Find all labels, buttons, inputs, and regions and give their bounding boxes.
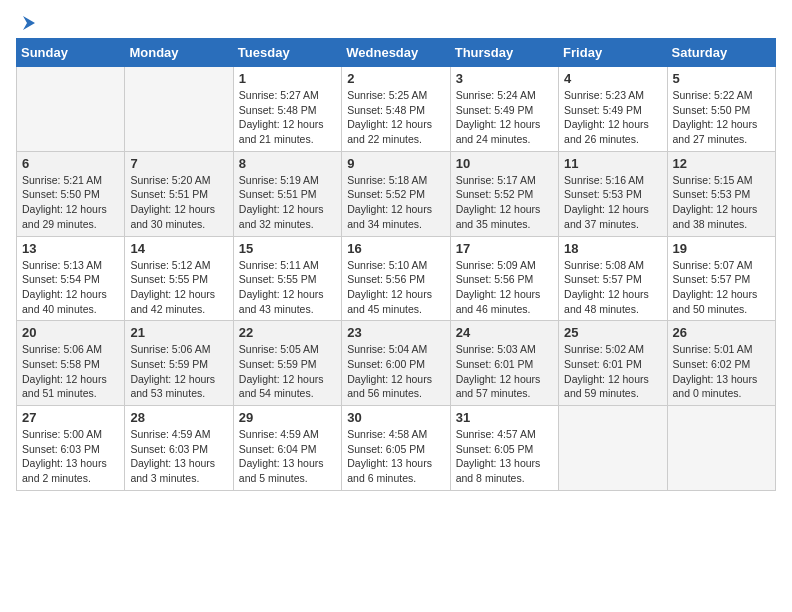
sunrise-time: 5:18 AM xyxy=(389,174,428,186)
sunrise-time: 5:05 AM xyxy=(280,343,319,355)
sunrise-label: Sunrise: xyxy=(673,174,714,186)
sunrise-time: 5:24 AM xyxy=(497,89,536,101)
sunrise-label: Sunrise: xyxy=(130,174,171,186)
day-number: 1 xyxy=(239,71,336,86)
calendar-cell: 6 Sunrise: 5:21 AM Sunset: 5:50 PM Dayli… xyxy=(17,151,125,236)
calendar-week-row: 1 Sunrise: 5:27 AM Sunset: 5:48 PM Dayli… xyxy=(17,67,776,152)
sunset-label: Sunset: xyxy=(564,273,603,285)
svg-marker-0 xyxy=(23,16,35,30)
sunrise-label: Sunrise: xyxy=(564,174,605,186)
day-info: Sunrise: 4:57 AM Sunset: 6:05 PM Dayligh… xyxy=(456,427,553,486)
day-info: Sunrise: 5:25 AM Sunset: 5:48 PM Dayligh… xyxy=(347,88,444,147)
sunrise-time: 5:20 AM xyxy=(172,174,211,186)
calendar-cell: 13 Sunrise: 5:13 AM Sunset: 5:54 PM Dayl… xyxy=(17,236,125,321)
calendar-cell: 27 Sunrise: 5:00 AM Sunset: 6:03 PM Dayl… xyxy=(17,406,125,491)
calendar-cell: 4 Sunrise: 5:23 AM Sunset: 5:49 PM Dayli… xyxy=(559,67,667,152)
day-number: 22 xyxy=(239,325,336,340)
daylight-label: Daylight: 12 hours and 29 minutes. xyxy=(22,203,107,230)
calendar-week-row: 13 Sunrise: 5:13 AM Sunset: 5:54 PM Dayl… xyxy=(17,236,776,321)
daylight-label: Daylight: 12 hours and 34 minutes. xyxy=(347,203,432,230)
daylight-label: Daylight: 12 hours and 57 minutes. xyxy=(456,373,541,400)
day-number: 17 xyxy=(456,241,553,256)
day-info: Sunrise: 5:27 AM Sunset: 5:48 PM Dayligh… xyxy=(239,88,336,147)
calendar-cell: 8 Sunrise: 5:19 AM Sunset: 5:51 PM Dayli… xyxy=(233,151,341,236)
sunset-time: 5:57 PM xyxy=(603,273,642,285)
sunrise-label: Sunrise: xyxy=(347,89,388,101)
sunrise-time: 5:00 AM xyxy=(63,428,102,440)
day-info: Sunrise: 5:24 AM Sunset: 5:49 PM Dayligh… xyxy=(456,88,553,147)
sunset-time: 6:04 PM xyxy=(277,443,316,455)
daylight-label: Daylight: 12 hours and 37 minutes. xyxy=(564,203,649,230)
daylight-label: Daylight: 12 hours and 50 minutes. xyxy=(673,288,758,315)
day-info: Sunrise: 5:20 AM Sunset: 5:51 PM Dayligh… xyxy=(130,173,227,232)
calendar-cell: 2 Sunrise: 5:25 AM Sunset: 5:48 PM Dayli… xyxy=(342,67,450,152)
sunrise-time: 5:09 AM xyxy=(497,259,536,271)
calendar-cell: 12 Sunrise: 5:15 AM Sunset: 5:53 PM Dayl… xyxy=(667,151,775,236)
day-info: Sunrise: 5:05 AM Sunset: 5:59 PM Dayligh… xyxy=(239,342,336,401)
sunset-label: Sunset: xyxy=(347,273,386,285)
daylight-label: Daylight: 13 hours and 3 minutes. xyxy=(130,457,215,484)
day-number: 10 xyxy=(456,156,553,171)
sunrise-label: Sunrise: xyxy=(456,174,497,186)
calendar-cell: 20 Sunrise: 5:06 AM Sunset: 5:58 PM Dayl… xyxy=(17,321,125,406)
daylight-label: Daylight: 12 hours and 56 minutes. xyxy=(347,373,432,400)
sunset-label: Sunset: xyxy=(22,443,61,455)
day-number: 21 xyxy=(130,325,227,340)
daylight-label: Daylight: 12 hours and 32 minutes. xyxy=(239,203,324,230)
day-number: 4 xyxy=(564,71,661,86)
sunrise-label: Sunrise: xyxy=(564,259,605,271)
sunset-label: Sunset: xyxy=(239,104,278,116)
sunset-label: Sunset: xyxy=(239,273,278,285)
day-number: 20 xyxy=(22,325,119,340)
sunrise-time: 5:22 AM xyxy=(714,89,753,101)
sunset-label: Sunset: xyxy=(456,358,495,370)
day-info: Sunrise: 5:03 AM Sunset: 6:01 PM Dayligh… xyxy=(456,342,553,401)
sunrise-label: Sunrise: xyxy=(22,259,63,271)
sunrise-time: 5:25 AM xyxy=(389,89,428,101)
calendar-cell xyxy=(125,67,233,152)
sunset-time: 6:01 PM xyxy=(603,358,642,370)
sunrise-label: Sunrise: xyxy=(22,174,63,186)
daylight-label: Daylight: 13 hours and 8 minutes. xyxy=(456,457,541,484)
calendar-cell: 18 Sunrise: 5:08 AM Sunset: 5:57 PM Dayl… xyxy=(559,236,667,321)
daylight-label: Daylight: 12 hours and 22 minutes. xyxy=(347,118,432,145)
sunrise-time: 4:59 AM xyxy=(280,428,319,440)
day-info: Sunrise: 5:10 AM Sunset: 5:56 PM Dayligh… xyxy=(347,258,444,317)
sunset-label: Sunset: xyxy=(564,104,603,116)
daylight-label: Daylight: 13 hours and 6 minutes. xyxy=(347,457,432,484)
calendar-cell: 26 Sunrise: 5:01 AM Sunset: 6:02 PM Dayl… xyxy=(667,321,775,406)
sunrise-time: 5:08 AM xyxy=(606,259,645,271)
calendar-cell: 11 Sunrise: 5:16 AM Sunset: 5:53 PM Dayl… xyxy=(559,151,667,236)
day-number: 8 xyxy=(239,156,336,171)
calendar-cell: 21 Sunrise: 5:06 AM Sunset: 5:59 PM Dayl… xyxy=(125,321,233,406)
day-number: 28 xyxy=(130,410,227,425)
daylight-label: Daylight: 12 hours and 43 minutes. xyxy=(239,288,324,315)
sunrise-label: Sunrise: xyxy=(347,174,388,186)
sunset-time: 5:54 PM xyxy=(61,273,100,285)
day-number: 24 xyxy=(456,325,553,340)
sunrise-label: Sunrise: xyxy=(22,428,63,440)
daylight-label: Daylight: 12 hours and 27 minutes. xyxy=(673,118,758,145)
calendar-cell: 3 Sunrise: 5:24 AM Sunset: 5:49 PM Dayli… xyxy=(450,67,558,152)
day-info: Sunrise: 5:07 AM Sunset: 5:57 PM Dayligh… xyxy=(673,258,770,317)
day-number: 6 xyxy=(22,156,119,171)
sunset-time: 5:50 PM xyxy=(711,104,750,116)
calendar-cell xyxy=(17,67,125,152)
sunset-time: 5:52 PM xyxy=(386,188,425,200)
day-number: 5 xyxy=(673,71,770,86)
calendar-cell: 17 Sunrise: 5:09 AM Sunset: 5:56 PM Dayl… xyxy=(450,236,558,321)
daylight-label: Daylight: 12 hours and 30 minutes. xyxy=(130,203,215,230)
sunrise-time: 5:02 AM xyxy=(606,343,645,355)
calendar-cell: 30 Sunrise: 4:58 AM Sunset: 6:05 PM Dayl… xyxy=(342,406,450,491)
sunrise-label: Sunrise: xyxy=(673,259,714,271)
sunrise-time: 5:23 AM xyxy=(606,89,645,101)
sunset-label: Sunset: xyxy=(22,188,61,200)
calendar-cell: 16 Sunrise: 5:10 AM Sunset: 5:56 PM Dayl… xyxy=(342,236,450,321)
sunset-label: Sunset: xyxy=(673,273,712,285)
sunset-time: 5:56 PM xyxy=(494,273,533,285)
sunset-time: 6:02 PM xyxy=(711,358,750,370)
daylight-label: Daylight: 12 hours and 48 minutes. xyxy=(564,288,649,315)
sunrise-time: 4:57 AM xyxy=(497,428,536,440)
day-info: Sunrise: 5:12 AM Sunset: 5:55 PM Dayligh… xyxy=(130,258,227,317)
calendar-cell: 9 Sunrise: 5:18 AM Sunset: 5:52 PM Dayli… xyxy=(342,151,450,236)
